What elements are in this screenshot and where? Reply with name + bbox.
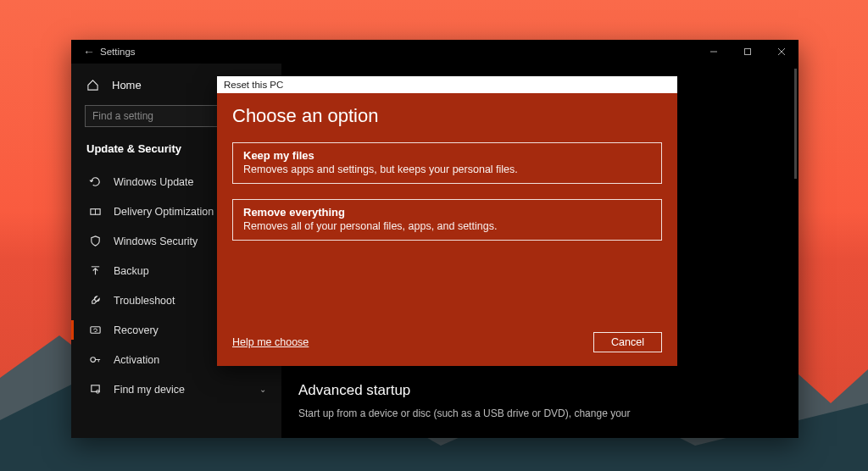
option-keep-my-files[interactable]: Keep my files Removes apps and settings,… [232, 142, 662, 184]
sidebar-item-label: Delivery Optimization [114, 206, 214, 218]
window-titlebar[interactable]: ← Settings [71, 40, 798, 64]
option-title: Keep my files [243, 149, 651, 162]
home-label: Home [112, 79, 142, 91]
key-icon [86, 353, 103, 366]
backup-icon [86, 264, 103, 277]
sidebar-item-label: Troubleshoot [114, 295, 175, 307]
help-me-choose-link[interactable]: Help me choose [232, 336, 309, 348]
cancel-button[interactable]: Cancel [593, 332, 662, 352]
desktop-background: ← Settings Home Find a setting Updat [0, 0, 868, 471]
sidebar-item-label: Activation [114, 354, 159, 366]
svg-rect-7 [90, 327, 99, 334]
svg-rect-11 [91, 385, 98, 392]
reset-pc-dialog: Reset this PC Choose an option Keep my f… [217, 76, 677, 366]
wrench-icon [86, 294, 103, 307]
sidebar-item-label: Windows Update [114, 176, 194, 188]
sidebar-item-label: Find my device [114, 384, 185, 396]
maximize-button[interactable] [731, 40, 765, 64]
sidebar-item-label: Recovery [114, 324, 159, 336]
option-title: Remove everything [243, 206, 651, 219]
find-device-icon [86, 383, 103, 396]
chevron-down-icon: ⌄ [259, 385, 266, 394]
svg-rect-1 [745, 49, 751, 55]
option-desc: Removes apps and settings, but keeps you… [243, 163, 651, 175]
delivery-icon [86, 205, 103, 218]
refresh-icon [86, 175, 103, 188]
recovery-icon [86, 324, 103, 336]
sidebar-item-label: Windows Security [114, 236, 198, 247]
home-icon [86, 79, 103, 91]
dialog-heading: Choose an option [232, 105, 662, 127]
scrollbar-thumb[interactable] [794, 69, 797, 179]
sidebar-item-label: Backup [114, 265, 149, 277]
advanced-startup-body: Start up from a device or disc (such as … [298, 407, 782, 419]
option-desc: Removes all of your personal files, apps… [243, 220, 651, 232]
minimize-button[interactable] [697, 40, 731, 64]
advanced-startup-heading: Advanced startup [298, 382, 782, 399]
sidebar-item-find-my-device[interactable]: Find my device ⌄ [71, 374, 281, 404]
back-icon[interactable]: ← [83, 45, 100, 58]
shield-icon [86, 235, 103, 247]
dialog-titlebar[interactable]: Reset this PC [217, 76, 677, 93]
search-placeholder: Find a setting [92, 110, 153, 122]
svg-point-8 [90, 357, 95, 363]
window-title: Settings [100, 47, 136, 57]
close-button[interactable] [765, 40, 798, 64]
option-remove-everything[interactable]: Remove everything Removes all of your pe… [232, 199, 662, 241]
